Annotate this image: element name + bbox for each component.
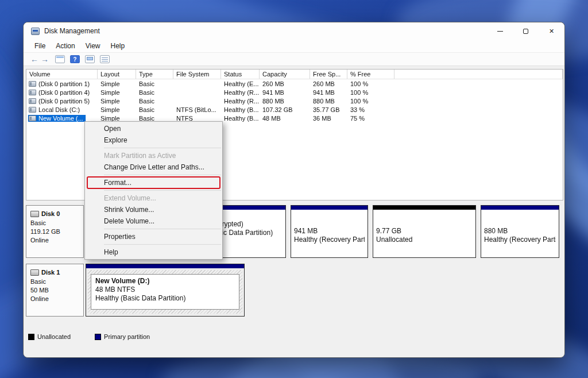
cell-free-space: 941 MB <box>310 89 347 96</box>
partition-status: Unallocated <box>376 236 473 244</box>
menu-item-delete-volume[interactable]: Delete Volume... <box>85 215 222 227</box>
menu-item-help[interactable]: Help <box>85 246 222 258</box>
partition-status: Healthy (Recovery Partition) <box>484 236 556 244</box>
partition-status: Healthy (Basic Data Partition) <box>95 294 235 303</box>
volume-icon <box>29 107 36 113</box>
cell-volume: Local Disk (C:) <box>38 106 80 113</box>
menu-separator <box>104 190 221 191</box>
primary-partition-color-bar <box>291 206 368 210</box>
table-row[interactable]: (Disk 0 partition 4) Simple Basic Health… <box>26 88 563 97</box>
column-header-volume[interactable]: Volume <box>26 70 98 79</box>
column-header-file-system[interactable]: File System <box>173 70 221 79</box>
cell-layout: Simple <box>98 80 136 87</box>
cell-pct-free: 33 % <box>347 106 394 113</box>
menu-item-properties[interactable]: Properties <box>85 231 222 242</box>
menu-separator <box>104 229 221 229</box>
minimize-icon <box>497 31 503 32</box>
window-title: Disk Management <box>44 27 100 35</box>
legend-label: Unallocated <box>37 333 71 340</box>
cell-layout: Simple <box>98 115 136 122</box>
cell-file-system: NTFS <box>173 115 221 122</box>
cell-capacity: 48 MB <box>260 115 310 122</box>
menu-action[interactable]: Action <box>51 40 80 52</box>
table-row[interactable]: (Disk 0 partition 5) Simple Basic Health… <box>26 97 563 105</box>
partition-new-volume-d[interactable]: New Volume (D:) 48 MB NTFS Healthy (Basi… <box>86 264 245 317</box>
menu-separator <box>104 244 221 245</box>
disk-type: Basic <box>30 219 83 227</box>
close-button[interactable]: ✕ <box>539 22 564 40</box>
cell-type: Basic <box>136 115 173 122</box>
menu-item-shrink-volume[interactable]: Shrink Volume... <box>85 204 222 215</box>
menu-help[interactable]: Help <box>106 40 130 52</box>
disk-size: 119.12 GB <box>30 227 83 236</box>
cell-volume: (Disk 0 partition 4) <box>38 89 90 96</box>
cell-free-space: 35.77 GB <box>310 106 347 113</box>
partition-size-fs: 48 MB NTFS <box>95 286 235 294</box>
cell-status: Healthy (R... <box>221 98 260 105</box>
console-window-icon[interactable] <box>55 55 65 63</box>
cell-layout: Simple <box>98 106 136 113</box>
unallocated-swatch-icon <box>28 334 34 340</box>
disk-type: Basic <box>30 277 83 286</box>
cell-volume: (Disk 0 partition 1) <box>38 80 90 87</box>
partition-title: New Volume (D:) <box>95 277 235 286</box>
column-header-type[interactable]: Type <box>136 70 173 79</box>
disk-view-icon[interactable] <box>85 55 95 63</box>
column-header-status[interactable]: Status <box>221 70 260 79</box>
cell-type: Basic <box>136 106 173 113</box>
menu-item-explore[interactable]: Explore <box>85 134 222 146</box>
partition-recovery-880mb[interactable]: 880 MB Healthy (Recovery Partition) <box>481 205 559 258</box>
cell-file-system: NTFS (BitLo... <box>173 106 221 113</box>
minimize-button[interactable] <box>487 22 513 40</box>
disk-1-header[interactable]: Disk 1 Basic 50 MB Online <box>26 264 84 317</box>
table-row[interactable]: (Disk 0 partition 1) Simple Basic Health… <box>26 79 563 88</box>
legend-view-icon[interactable] <box>100 55 110 63</box>
disk-status: Online <box>30 295 83 303</box>
column-header-pct-free[interactable]: % Free <box>347 70 394 79</box>
cell-pct-free: 100 % <box>347 98 394 105</box>
cell-volume: (Disk 0 partition 5) <box>38 98 90 105</box>
menu-separator <box>104 175 221 175</box>
disk-icon <box>30 211 39 217</box>
partition-recovery-941mb[interactable]: 941 MB Healthy (Recovery Partition) <box>291 205 368 258</box>
cell-free-space: 880 MB <box>310 98 347 105</box>
legend-label: Primary partition <box>104 333 150 340</box>
menu-item-change-drive-letter-and-paths[interactable]: Change Drive Letter and Paths... <box>85 161 222 173</box>
cell-capacity: 260 MB <box>260 80 310 87</box>
help-icon[interactable]: ? <box>70 55 80 63</box>
menu-item-open[interactable]: Open <box>85 123 222 134</box>
partition-unallocated[interactable]: 9.77 GB Unallocated <box>373 205 476 258</box>
column-header-capacity[interactable]: Capacity <box>260 70 310 79</box>
title-bar[interactable]: Disk Management ✕ <box>24 22 564 40</box>
cell-pct-free: 100 % <box>347 80 394 87</box>
legend-primary-partition: Primary partition <box>95 333 150 340</box>
menu-item-format[interactable]: Format... <box>85 177 222 188</box>
disk-0-header[interactable]: Disk 0 Basic 119.12 GB Online <box>26 205 84 258</box>
disk-1-row: Disk 1 Basic 50 MB Online New Volume (D:… <box>26 264 563 317</box>
cell-capacity: 107.32 GB <box>260 106 310 113</box>
cell-free-space: 36 MB <box>310 115 347 122</box>
primary-partition-color-bar <box>481 206 559 210</box>
menu-file[interactable]: File <box>29 40 51 52</box>
column-header-layout[interactable]: Layout <box>98 70 136 79</box>
maximize-button[interactable] <box>513 22 539 40</box>
cell-free-space: 260 MB <box>310 80 347 87</box>
column-header-filler <box>394 70 563 79</box>
menu-item-extend-volume: Extend Volume... <box>85 192 222 204</box>
disk-management-app-icon <box>31 28 40 35</box>
volume-icon <box>29 98 36 104</box>
legend: Unallocated Primary partition <box>28 333 150 340</box>
cell-layout: Simple <box>98 98 136 105</box>
column-header-free-space[interactable]: Free Sp... <box>310 70 347 79</box>
cell-type: Basic <box>136 80 173 87</box>
legend-unallocated: Unallocated <box>28 333 71 340</box>
menu-view[interactable]: View <box>80 40 106 52</box>
volume-list-header: Volume Layout Type File System Status Ca… <box>26 70 563 79</box>
partition-status: Healthy (Recovery Partition) <box>294 236 365 244</box>
format-label: Format... <box>104 179 131 187</box>
forward-arrow-icon[interactable]: → <box>40 55 50 64</box>
cell-type: Basic <box>136 89 173 96</box>
back-arrow-icon[interactable]: ← <box>29 55 40 64</box>
table-row[interactable]: Local Disk (C:) Simple Basic NTFS (BitLo… <box>26 105 563 114</box>
cell-status: Healthy (E... <box>221 80 260 87</box>
